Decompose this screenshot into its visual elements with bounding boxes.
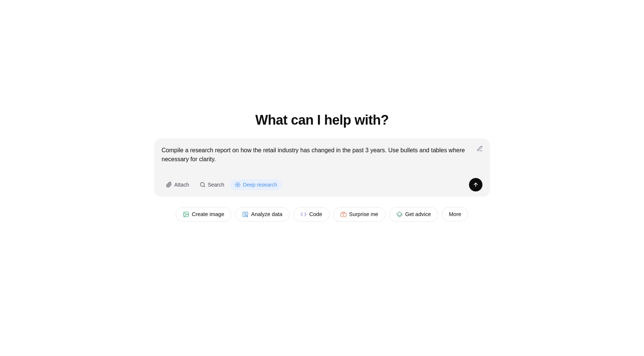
svg-line-1 — [204, 186, 205, 187]
svg-rect-7 — [246, 212, 248, 215]
suggestion-chips: Create image Analyze data Code — [176, 207, 468, 222]
get-advice-icon — [396, 211, 403, 218]
analyze-data-icon — [242, 211, 248, 218]
code-label: Code — [309, 211, 322, 217]
get-advice-label: Get advice — [405, 211, 431, 217]
svg-point-2 — [237, 184, 238, 185]
code-icon — [300, 211, 307, 218]
attach-icon — [166, 182, 172, 188]
main-container: What can I help with? Compile a research… — [154, 112, 490, 222]
svg-rect-8 — [246, 216, 248, 216]
deep-research-icon — [235, 182, 241, 188]
input-area: Compile a research report on how the ret… — [154, 138, 490, 197]
code-chip[interactable]: Code — [293, 207, 329, 222]
search-button[interactable]: Search — [195, 179, 229, 190]
deep-research-button[interactable]: Deep research — [230, 179, 282, 190]
input-toolbar: Attach Search — [162, 178, 482, 191]
svg-point-5 — [185, 213, 185, 213]
attach-button[interactable]: Attach — [162, 179, 194, 190]
analyze-data-chip[interactable]: Analyze data — [235, 207, 290, 222]
more-chip[interactable]: More — [442, 207, 468, 221]
create-image-icon — [183, 211, 189, 218]
page-heading: What can I help with? — [255, 112, 389, 128]
search-icon — [200, 182, 206, 188]
send-button[interactable] — [469, 178, 482, 191]
toolbar-left: Attach Search — [162, 179, 282, 190]
svg-rect-6 — [243, 212, 245, 217]
surprise-me-icon — [340, 211, 347, 218]
deep-research-label: Deep research — [243, 182, 277, 188]
create-image-chip[interactable]: Create image — [176, 207, 231, 222]
create-image-label: Create image — [192, 211, 224, 217]
surprise-me-label: Surprise me — [349, 211, 378, 217]
get-advice-chip[interactable]: Get advice — [389, 207, 438, 222]
edit-icon-button[interactable] — [476, 145, 483, 152]
surprise-me-chip[interactable]: Surprise me — [333, 207, 385, 222]
search-label: Search — [208, 182, 224, 188]
more-label: More — [449, 211, 461, 217]
message-input[interactable]: Compile a research report on how the ret… — [162, 146, 482, 173]
analyze-data-label: Analyze data — [251, 211, 282, 217]
attach-label: Attach — [174, 182, 189, 188]
